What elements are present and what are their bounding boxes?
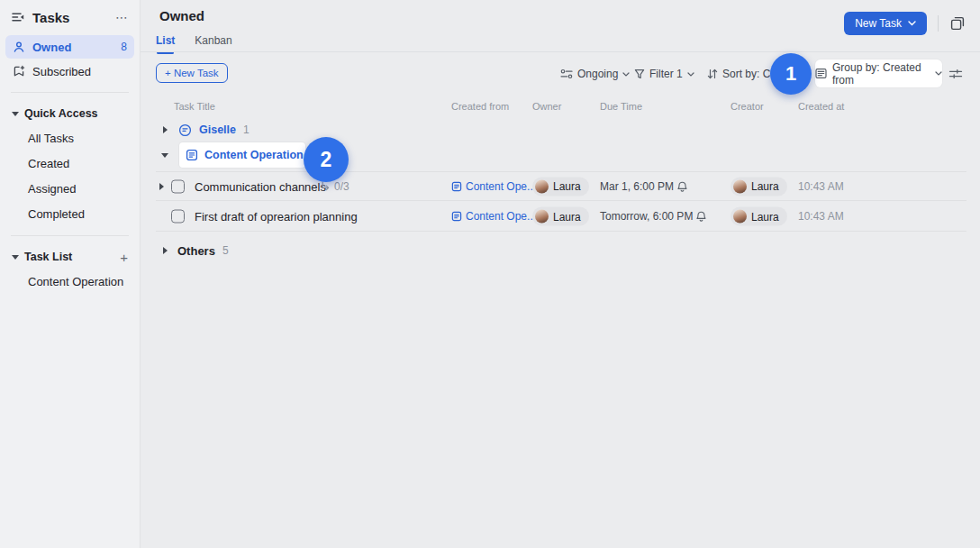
task-list-header[interactable]: Task List + <box>0 245 140 269</box>
divider <box>11 92 129 93</box>
document-icon <box>451 211 462 222</box>
sidebar-item-assigned[interactable]: Assigned <box>0 176 140 201</box>
divider <box>938 15 939 32</box>
owner-pill[interactable]: Laura <box>532 207 589 226</box>
column-creator[interactable]: Creator <box>730 101 764 112</box>
expand-icon[interactable] <box>163 247 168 254</box>
table-row[interactable]: Communication channels 0/3 Content Ope..… <box>156 171 966 201</box>
created-from-link[interactable]: Content Ope... <box>451 180 536 193</box>
panel-collapse-icon[interactable] <box>11 10 25 24</box>
app-title: Tasks <box>32 10 108 25</box>
avatar <box>535 210 549 224</box>
sidebar-item-label: Owned <box>32 41 113 54</box>
new-task-inline-button[interactable]: + New Task <box>156 63 228 83</box>
avatar <box>535 179 549 193</box>
document-icon <box>186 149 198 161</box>
add-task-list-icon[interactable]: + <box>120 250 128 265</box>
sidebar-item-created[interactable]: Created <box>0 151 140 176</box>
group-by-button[interactable]: Group by: Created from <box>815 59 942 87</box>
subtask-icon <box>321 181 331 191</box>
sidebar-item-completed[interactable]: Completed <box>0 201 140 226</box>
sort-arrows-icon <box>707 68 718 79</box>
expand-icon[interactable] <box>163 126 168 133</box>
sidebar: Tasks ⋯ Owned 8 Subscribed Quick Access … <box>0 0 141 548</box>
bell-icon <box>696 211 706 222</box>
task-checkbox[interactable] <box>171 210 185 224</box>
group-row-others[interactable]: Others 5 <box>156 238 966 263</box>
sidebar-item-all-tasks[interactable]: All Tasks <box>0 125 140 151</box>
owner-pill[interactable]: Laura <box>532 177 589 196</box>
sidebar-item-content-operation[interactable]: Content Operation <box>0 269 140 294</box>
funnel-icon <box>634 68 645 79</box>
chevron-down-icon <box>687 72 694 77</box>
chevron-down-icon <box>622 72 630 77</box>
creator-pill[interactable]: Laura <box>730 207 787 226</box>
due-time[interactable]: Tomorrow, 6:00 PM <box>600 210 706 223</box>
open-in-window-icon[interactable] <box>949 15 966 32</box>
quick-access-header[interactable]: Quick Access <box>0 102 140 125</box>
column-settings-icon[interactable] <box>948 68 963 80</box>
chevron-down-icon <box>908 21 916 26</box>
document-icon <box>451 181 462 192</box>
top-actions: New Task <box>844 12 966 35</box>
filter-button[interactable]: Filter 1 <box>634 68 694 80</box>
caret-down-icon <box>12 112 19 116</box>
due-time[interactable]: Mar 1, 6:00 PM <box>600 180 687 193</box>
status-toggle-icon <box>560 68 573 79</box>
divider <box>11 235 129 236</box>
step-badge-1: 1 <box>770 53 812 95</box>
group-row-content-operation[interactable]: Content Operation plan <box>156 139 966 171</box>
created-at: 10:43 AM <box>798 210 844 223</box>
sidebar-item-label: Subscribed <box>32 65 127 78</box>
sidebar-item-owned[interactable]: Owned 8 <box>5 35 134 59</box>
highlight-box: Content Operation plan <box>179 142 305 168</box>
column-task-title[interactable]: Task Title <box>174 101 215 112</box>
column-owner[interactable]: Owner <box>532 101 561 112</box>
chat-circle-icon <box>178 123 192 137</box>
avatar <box>733 210 747 224</box>
table-row[interactable]: First draft of oprearion planning Conten… <box>156 202 966 232</box>
column-due-time[interactable]: Due Time <box>600 101 642 112</box>
owned-count: 8 <box>121 41 127 53</box>
more-icon[interactable]: ⋯ <box>115 10 129 24</box>
caret-down-icon <box>12 255 19 260</box>
group-list-icon <box>815 68 827 79</box>
new-task-button[interactable]: New Task <box>844 12 927 35</box>
sort-button[interactable]: Sort by: Cu <box>707 68 776 80</box>
status-filter-ongoing[interactable]: Ongoing <box>560 68 630 80</box>
creator-pill[interactable]: Laura <box>730 177 787 196</box>
main-panel: Owned New Task List Kanban + New Task On… <box>141 0 980 548</box>
step-badge-2: 2 <box>304 137 349 182</box>
divider <box>141 51 980 52</box>
table-header: Task Title Created from Owner Due Time C… <box>156 101 966 117</box>
bell-icon <box>677 181 687 192</box>
collapse-icon[interactable] <box>161 153 168 158</box>
column-created-from[interactable]: Created from <box>451 101 509 112</box>
sidebar-header: Tasks ⋯ <box>0 0 140 34</box>
avatar <box>733 179 747 193</box>
column-created-at[interactable]: Created at <box>798 101 844 112</box>
created-from-link[interactable]: Content Ope... <box>451 210 536 223</box>
task-checkbox[interactable] <box>171 179 185 193</box>
page-title: Owned <box>159 8 204 23</box>
sidebar-item-subscribed[interactable]: Subscribed <box>5 59 134 83</box>
chevron-down-icon <box>935 71 942 76</box>
person-icon <box>13 41 25 53</box>
group-count: 5 <box>222 244 229 257</box>
group-count: 1 <box>243 123 250 136</box>
subscribe-icon <box>13 65 25 78</box>
expand-icon[interactable] <box>159 183 164 190</box>
created-at: 10:43 AM <box>798 180 844 193</box>
